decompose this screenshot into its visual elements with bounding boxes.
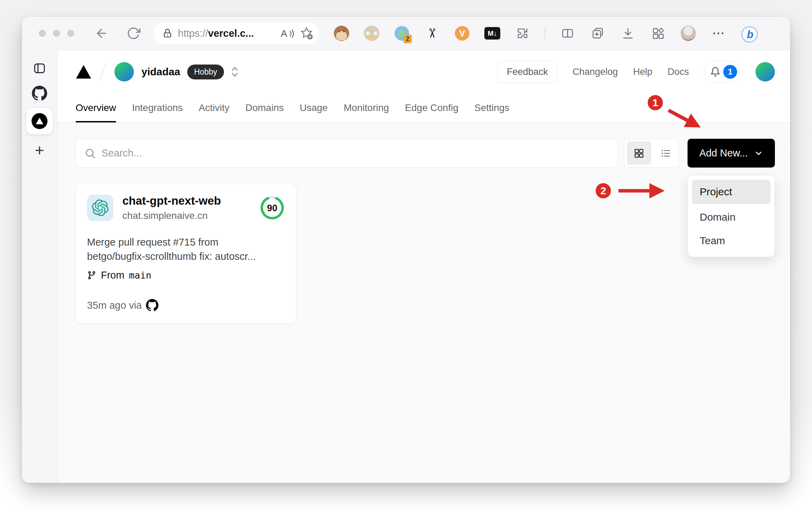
- menu-item-team[interactable]: Team: [692, 229, 770, 253]
- controls-row: Add New...: [76, 139, 775, 168]
- tab-overview[interactable]: Overview: [76, 93, 116, 122]
- lock-icon: [162, 28, 173, 39]
- deployment-meta-row: 35m ago via: [87, 299, 285, 312]
- search-box[interactable]: [76, 139, 618, 168]
- breadcrumb-slash: [100, 62, 106, 81]
- dashboard-tabs: Overview Integrations Activity Domains U…: [58, 93, 790, 122]
- feedback-button[interactable]: Feedback: [498, 61, 558, 83]
- tab-monitoring[interactable]: Monitoring: [344, 93, 389, 122]
- team-name[interactable]: yidadaa: [141, 66, 180, 78]
- plan-badge: Hobby: [187, 65, 224, 79]
- zoom-window-button[interactable]: [67, 30, 74, 37]
- vertical-tab-vercel-active[interactable]: [26, 108, 53, 134]
- new-tab-button[interactable]: +: [32, 142, 47, 157]
- avatar-extension-icon[interactable]: [364, 25, 380, 41]
- more-menu-button[interactable]: [710, 25, 726, 41]
- project-card-header: chat-gpt-next-web chat.simplenaive.cn 90: [87, 194, 285, 221]
- browser-window: https://vercel.c... A 2 ✂ V M↓: [22, 17, 790, 483]
- chevron-down-icon: [754, 149, 763, 158]
- back-button[interactable]: [94, 26, 109, 41]
- menu-item-project[interactable]: Project: [692, 180, 770, 204]
- user-avatar[interactable]: [755, 62, 775, 82]
- browser-profile-avatar[interactable]: [680, 25, 696, 41]
- tab-settings[interactable]: Settings: [474, 93, 509, 122]
- close-window-button[interactable]: [39, 30, 46, 37]
- cat-avatar: [681, 26, 696, 41]
- commit-line-2: betgo/bugfix-scrollthumb fix: autoscr...: [87, 249, 285, 264]
- grid-view-button[interactable]: [627, 142, 651, 165]
- scissors-icon: ✂: [425, 28, 439, 39]
- tab-edge-config[interactable]: Edge Config: [405, 93, 458, 122]
- bing-chat-button[interactable]: b: [741, 25, 757, 41]
- docs-link[interactable]: Docs: [667, 67, 689, 77]
- list-view-button[interactable]: [654, 148, 679, 159]
- tab-usage[interactable]: Usage: [300, 93, 328, 122]
- project-identity: chat-gpt-next-web chat.simplenaive.cn: [122, 194, 221, 221]
- extensions-menu-button[interactable]: [515, 25, 530, 41]
- project-card[interactable]: chat-gpt-next-web chat.simplenaive.cn 90…: [76, 184, 296, 324]
- toolbar-divider: [545, 26, 545, 40]
- address-bar[interactable]: https://vercel.c... A: [154, 23, 319, 44]
- proxy-icon: 2: [395, 26, 409, 41]
- vertical-tab-github[interactable]: [32, 86, 47, 101]
- markdown-extension-icon[interactable]: M↓: [484, 25, 500, 41]
- download-icon: [621, 27, 634, 40]
- menu-item-domain[interactable]: Domain: [692, 205, 770, 229]
- view-toggle: [624, 139, 679, 168]
- vercel-logo[interactable]: [76, 65, 92, 79]
- tab-domains[interactable]: Domains: [245, 93, 284, 122]
- minimize-window-button[interactable]: [53, 30, 60, 37]
- scope-switcher: yidadaa Hobby: [76, 62, 239, 82]
- browser-toolbar: https://vercel.c... A 2 ✂ V M↓: [22, 17, 790, 50]
- reader-mode-icon[interactable]: A: [280, 27, 295, 39]
- back-icon: [95, 26, 109, 40]
- downloads-button[interactable]: [620, 25, 636, 41]
- sidebar-divider: [28, 139, 51, 139]
- video-extension-icon[interactable]: V: [454, 25, 470, 41]
- window-controls: [39, 30, 74, 37]
- search-input[interactable]: [102, 147, 609, 159]
- reload-button[interactable]: [126, 26, 141, 41]
- clipper-extension-icon[interactable]: ✂: [424, 25, 440, 41]
- help-link[interactable]: Help: [633, 67, 653, 77]
- markdown-icon: M↓: [484, 27, 500, 40]
- team-switcher-chevrons-icon[interactable]: [230, 66, 239, 78]
- split-screen-button[interactable]: [560, 25, 576, 41]
- url-scheme: https://: [178, 28, 208, 39]
- project-domain[interactable]: chat.simplenaive.cn: [122, 210, 221, 221]
- changelog-link[interactable]: Changelog: [572, 67, 618, 77]
- tab-integrations[interactable]: Integrations: [132, 93, 183, 122]
- overview-main: Add New... chat-gpt-next-web chat.simple…: [58, 122, 790, 483]
- tab-panel-toggle-button[interactable]: [32, 61, 47, 76]
- header-actions: Feedback Changelog Help Docs 1: [498, 61, 775, 83]
- bell-icon: [710, 67, 720, 77]
- collections-button[interactable]: [590, 25, 606, 41]
- notification-count-badge: 1: [723, 65, 737, 79]
- notifications-button[interactable]: 1: [704, 61, 740, 83]
- face-icon: [364, 26, 379, 41]
- workspaces-button[interactable]: [650, 25, 666, 41]
- add-new-button[interactable]: Add New...: [688, 139, 775, 168]
- ellipsis-icon: [712, 32, 724, 35]
- v-icon: V: [455, 26, 469, 41]
- proxy-badge: 2: [403, 35, 412, 43]
- extensions-row: 2 ✂ V M↓: [334, 25, 757, 41]
- monkey-icon: [334, 26, 349, 41]
- github-icon: [146, 299, 158, 312]
- commit-line-1: Merge pull request #715 from: [87, 235, 285, 249]
- add-new-dropdown-menu: Project Domain Team: [688, 175, 775, 257]
- latest-commit-message: Merge pull request #715 from betgo/bugfi…: [87, 235, 285, 263]
- analytics-score-ring[interactable]: 90: [259, 195, 285, 221]
- reload-icon: [127, 26, 140, 40]
- vercel-favicon: [32, 113, 47, 129]
- add-new-label: Add New...: [699, 147, 748, 159]
- grid-apps-icon: [651, 27, 665, 40]
- vercel-dashboard-page: yidadaa Hobby Feedback Changelog Help Do…: [58, 50, 790, 483]
- proxy-extension-icon[interactable]: 2: [394, 25, 410, 41]
- tampermonkey-extension-icon[interactable]: [334, 25, 349, 41]
- add-favorite-icon[interactable]: [300, 26, 313, 40]
- openai-icon: [92, 199, 109, 216]
- project-name[interactable]: chat-gpt-next-web: [122, 194, 221, 207]
- tab-activity[interactable]: Activity: [199, 93, 230, 122]
- github-favicon: [32, 86, 47, 101]
